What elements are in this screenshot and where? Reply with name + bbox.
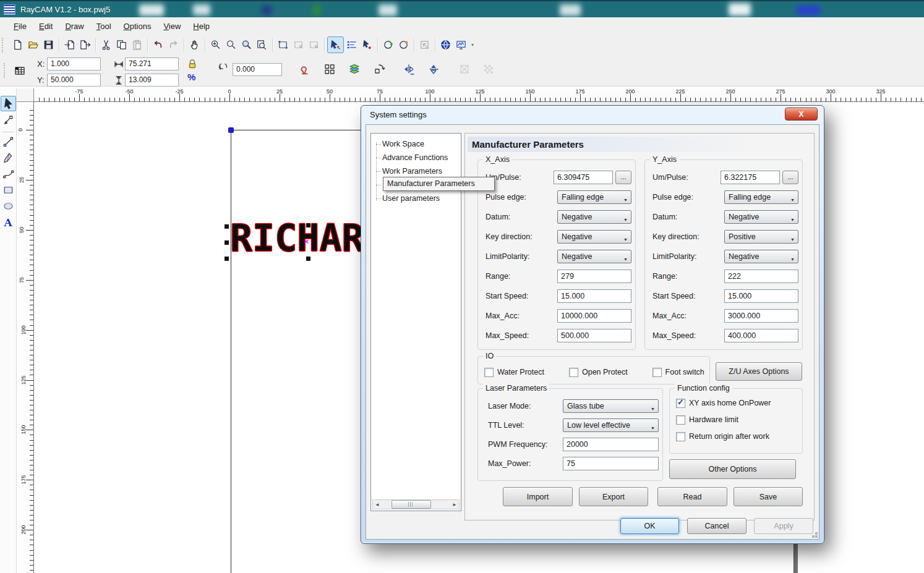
tree-item-advance-functions[interactable]: Advance Functions — [371, 151, 461, 164]
language-button[interactable] — [438, 37, 453, 53]
node-edit-tool[interactable] — [1, 113, 15, 127]
y-pulse-edge-select[interactable]: Falling edge — [724, 190, 798, 204]
y-um-pulse-input[interactable]: 6.322175 — [721, 171, 780, 184]
node-select-button[interactable] — [275, 37, 291, 53]
box-left-edge[interactable] — [231, 130, 231, 573]
rectangle-tool[interactable] — [1, 183, 15, 197]
x-limit-polarity-select[interactable]: Negative — [557, 250, 631, 263]
display-config-button[interactable] — [453, 37, 469, 53]
y-max-speed-input[interactable]: 400.000 — [724, 329, 798, 342]
tree-item-tooltip[interactable]: Manufacturer Parameters — [383, 177, 495, 191]
zoom-area-button[interactable] — [223, 37, 239, 53]
zoom-all-button[interactable] — [239, 37, 254, 53]
import-button[interactable] — [62, 37, 77, 53]
zoom-page-button[interactable] — [254, 37, 270, 53]
other-options-button[interactable]: Other Options — [669, 459, 796, 479]
selection-handle-bottom-center[interactable] — [306, 257, 310, 261]
menu-options[interactable]: Options — [118, 19, 158, 33]
y-range-input[interactable]: 222 — [724, 270, 798, 283]
open-protect-checkbox[interactable] — [569, 368, 578, 377]
foot-switch-checkbox[interactable] — [652, 368, 662, 377]
mirror-vertical-icon[interactable] — [427, 63, 440, 75]
circle-start-button[interactable] — [380, 37, 396, 53]
max-power-input[interactable]: 75 — [563, 457, 659, 470]
box-corner-node[interactable] — [228, 127, 234, 133]
dialog-resize-grip[interactable] — [815, 535, 818, 538]
line-tool[interactable] — [1, 135, 15, 149]
water-protect-checkbox[interactable] — [484, 368, 494, 377]
select-tool[interactable] — [1, 96, 16, 111]
cut-button[interactable] — [98, 37, 114, 53]
y-max-acc-input[interactable]: 3000.000 — [724, 309, 798, 323]
y-key-direction-select[interactable]: Positive — [724, 230, 798, 244]
title-bar[interactable]: RayCAM V1.2 - box.pwj5 — [0, 0, 924, 17]
toolbar-overflow-icon[interactable]: ▾ — [471, 42, 474, 48]
return-origin-checkbox[interactable] — [676, 432, 685, 441]
selection-handle-top-center[interactable] — [306, 223, 310, 227]
tree-item-work-parameters[interactable]: Work Parameters — [371, 164, 461, 178]
menu-file[interactable]: File — [7, 19, 33, 33]
cancel-button[interactable]: Cancel — [687, 518, 746, 534]
open-button[interactable] — [25, 37, 41, 53]
menu-help[interactable]: Help — [187, 19, 216, 33]
y-um-pulse-browse-button[interactable]: ... — [782, 171, 798, 184]
weld-icon[interactable] — [299, 63, 311, 75]
menu-draw[interactable]: Draw — [59, 19, 90, 33]
save-button-dialog[interactable]: Save — [734, 487, 803, 506]
pwm-frequency-input[interactable]: 20000 — [563, 438, 659, 451]
box-top-edge[interactable] — [231, 130, 361, 130]
export-button-dialog[interactable]: Export — [579, 487, 648, 506]
percent-scale-label[interactable]: % — [187, 72, 195, 82]
scroll-left-arrow-icon[interactable]: ◄ — [373, 500, 382, 509]
tree-item-user-parameters[interactable]: User parameters — [371, 192, 461, 205]
export-button[interactable] — [77, 37, 93, 53]
x-max-speed-input[interactable]: 500.000 — [557, 329, 631, 342]
pen-tool[interactable] — [1, 151, 15, 165]
grid-position-icon[interactable] — [14, 64, 26, 77]
x-datum-select[interactable]: Negative — [557, 210, 631, 224]
circle-direction-button[interactable] — [396, 37, 411, 53]
x-pulse-edge-select[interactable]: Falling edge — [557, 190, 631, 204]
read-button[interactable]: Read — [657, 487, 727, 506]
tree-item-work-space[interactable]: Work Space — [371, 137, 461, 151]
scroll-right-arrow-icon[interactable]: ► — [450, 500, 459, 509]
x-start-speed-input[interactable]: 15.000 — [557, 289, 631, 303]
toolbar-grip[interactable] — [4, 63, 9, 78]
x-range-input[interactable]: 279 — [557, 270, 631, 283]
param-list-button[interactable] — [344, 37, 359, 53]
curve-tool[interactable] — [1, 167, 15, 181]
x-max-acc-input[interactable]: 10000.000 — [557, 309, 631, 323]
rotate-object-icon[interactable] — [373, 63, 385, 75]
dialog-close-button[interactable]: X — [785, 108, 818, 121]
laser-mode-select[interactable]: Glass tube — [563, 399, 659, 413]
menu-edit[interactable]: Edit — [33, 19, 59, 33]
xy-home-checkbox[interactable] — [676, 399, 685, 408]
ellipse-tool[interactable] — [1, 199, 15, 213]
pan-button[interactable] — [187, 37, 202, 53]
x-coordinate-input[interactable]: 1.000 — [47, 57, 101, 70]
width-input[interactable]: 75.271 — [125, 57, 179, 70]
x-key-direction-select[interactable]: Negative — [557, 230, 631, 244]
zu-axes-options-button[interactable]: Z/U Axes Options — [716, 362, 802, 381]
zoom-dynamic-button[interactable] — [208, 37, 223, 53]
mirror-horizontal-icon[interactable] — [403, 63, 415, 75]
rotate-angle-input[interactable]: 0.000 — [233, 63, 282, 76]
menu-view[interactable]: View — [157, 19, 187, 33]
new-button[interactable] — [10, 37, 25, 53]
lock-ratio-icon[interactable] — [186, 57, 199, 70]
order-layers-icon[interactable] — [348, 63, 361, 75]
text-tool[interactable]: A — [1, 215, 15, 229]
copy-button[interactable] — [114, 37, 129, 53]
y-limit-polarity-select[interactable]: Negative — [724, 250, 798, 263]
ttl-level-select[interactable]: Low level effective — [563, 418, 659, 432]
scrollbar-thumb[interactable] — [391, 500, 431, 509]
tree-horizontal-scrollbar[interactable]: ◄ ► — [372, 499, 460, 509]
array-copy-icon[interactable] — [323, 63, 336, 75]
undo-button[interactable] — [150, 37, 166, 53]
selection-handle-bottom-left[interactable] — [225, 257, 229, 261]
import-button-dialog[interactable]: Import — [503, 487, 573, 506]
x-um-pulse-input[interactable]: 6.309475 — [554, 171, 613, 184]
x-um-pulse-browse-button[interactable]: ... — [615, 171, 631, 184]
hardware-limit-checkbox[interactable] — [676, 415, 685, 425]
pick-point-button[interactable] — [359, 37, 375, 53]
